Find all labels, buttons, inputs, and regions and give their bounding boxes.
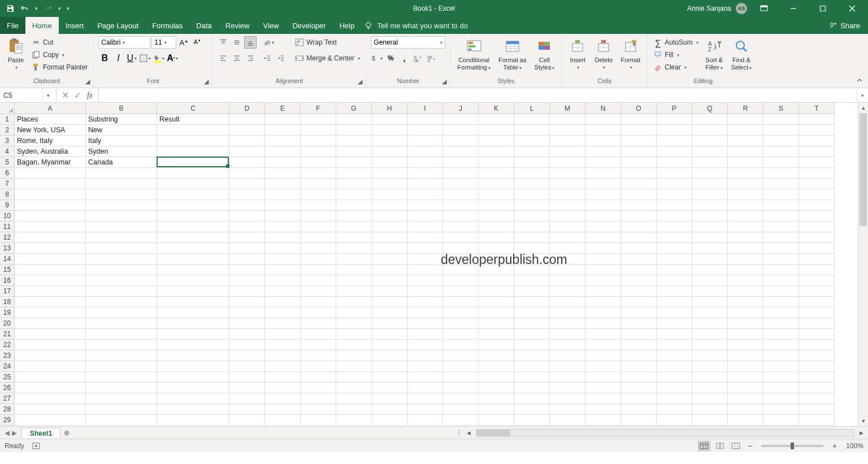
- cell[interactable]: [265, 361, 301, 372]
- cell[interactable]: [621, 329, 657, 340]
- page-break-view-icon[interactable]: [730, 441, 742, 451]
- cell[interactable]: [621, 232, 657, 243]
- cell[interactable]: [657, 146, 692, 157]
- column-header[interactable]: T: [799, 103, 835, 114]
- cell[interactable]: [621, 200, 657, 211]
- cell[interactable]: [514, 222, 550, 232]
- cell[interactable]: [265, 372, 301, 383]
- scroll-up-icon[interactable]: ▲: [858, 103, 868, 113]
- cell[interactable]: [585, 340, 621, 350]
- cell[interactable]: [157, 404, 229, 415]
- column-header[interactable]: C: [157, 103, 229, 114]
- expand-formula-bar-icon[interactable]: ▾: [857, 88, 868, 102]
- cell[interactable]: [657, 361, 692, 372]
- cell[interactable]: [514, 350, 550, 361]
- cell[interactable]: [728, 372, 763, 383]
- cell[interactable]: [86, 415, 157, 426]
- cell[interactable]: [372, 372, 407, 383]
- cell[interactable]: [514, 146, 550, 157]
- name-box-input[interactable]: [0, 92, 42, 99]
- cell[interactable]: [372, 211, 407, 222]
- cell[interactable]: [479, 286, 514, 297]
- cell[interactable]: [15, 372, 86, 383]
- tab-help[interactable]: Help: [333, 17, 362, 34]
- cell[interactable]: [657, 393, 692, 404]
- cell[interactable]: [157, 157, 229, 168]
- cell[interactable]: [657, 200, 692, 211]
- cell[interactable]: [692, 200, 728, 211]
- cell[interactable]: [86, 179, 157, 189]
- cell[interactable]: [621, 340, 657, 350]
- cell[interactable]: [728, 157, 763, 168]
- cell[interactable]: [15, 275, 86, 286]
- cell[interactable]: [728, 275, 763, 286]
- name-box-dropdown[interactable]: ▾: [42, 88, 54, 103]
- tell-me[interactable]: Tell me what you want to do: [364, 17, 467, 34]
- cell[interactable]: [265, 136, 301, 146]
- format-painter-button[interactable]: Format Painter: [31, 61, 89, 73]
- cell[interactable]: [692, 286, 728, 297]
- cell[interactable]: [621, 297, 657, 307]
- cell[interactable]: [479, 136, 514, 146]
- cell[interactable]: [407, 146, 443, 157]
- align-left-icon[interactable]: [217, 52, 229, 64]
- cell[interactable]: [301, 340, 336, 350]
- cell[interactable]: [157, 286, 229, 297]
- cell[interactable]: [15, 222, 86, 232]
- cell[interactable]: [621, 222, 657, 232]
- align-center-icon[interactable]: [231, 52, 243, 64]
- cell[interactable]: [585, 179, 621, 189]
- cell[interactable]: [301, 200, 336, 211]
- cell[interactable]: [407, 318, 443, 329]
- cell[interactable]: [799, 254, 835, 264]
- cell[interactable]: [763, 275, 799, 286]
- cell[interactable]: [301, 361, 336, 372]
- cell[interactable]: [550, 361, 585, 372]
- maximize-icon[interactable]: [810, 0, 835, 17]
- cell[interactable]: [86, 264, 157, 275]
- cell[interactable]: [728, 179, 763, 189]
- zoom-level[interactable]: 100%: [846, 442, 863, 450]
- share-button[interactable]: Share: [821, 17, 868, 34]
- row-header[interactable]: 29: [0, 415, 15, 426]
- cell[interactable]: [657, 179, 692, 189]
- cell[interactable]: [301, 168, 336, 179]
- cell[interactable]: [86, 404, 157, 415]
- cell[interactable]: [657, 222, 692, 232]
- cell[interactable]: [229, 275, 265, 286]
- hscroll-right-icon[interactable]: ▶: [857, 428, 866, 437]
- cell[interactable]: [657, 404, 692, 415]
- paste-button[interactable]: Paste ▾: [5, 36, 27, 71]
- cell[interactable]: [799, 275, 835, 286]
- cell[interactable]: [336, 157, 372, 168]
- cell[interactable]: [336, 372, 372, 383]
- cell[interactable]: [657, 275, 692, 286]
- cell[interactable]: [336, 243, 372, 254]
- cell[interactable]: [229, 179, 265, 189]
- cell[interactable]: [763, 146, 799, 157]
- cell[interactable]: [372, 340, 407, 350]
- cell[interactable]: [265, 264, 301, 275]
- cell[interactable]: [86, 211, 157, 222]
- cell[interactable]: [479, 307, 514, 318]
- cell[interactable]: [585, 211, 621, 222]
- cell[interactable]: [372, 393, 407, 404]
- cell[interactable]: [763, 329, 799, 340]
- cell[interactable]: [15, 200, 86, 211]
- cell[interactable]: [336, 222, 372, 232]
- decrease-indent-icon[interactable]: [261, 52, 274, 64]
- cell[interactable]: [265, 383, 301, 393]
- cell[interactable]: [372, 307, 407, 318]
- cell[interactable]: [585, 307, 621, 318]
- cell[interactable]: [692, 146, 728, 157]
- cell[interactable]: [728, 286, 763, 297]
- align-top-icon[interactable]: [217, 36, 229, 49]
- tab-data[interactable]: Data: [189, 17, 218, 34]
- cell[interactable]: Syden, Australia: [15, 146, 86, 157]
- wrap-text-button[interactable]: abcWrap Text: [294, 36, 361, 49]
- cell[interactable]: [86, 232, 157, 243]
- cell[interactable]: [799, 179, 835, 189]
- column-header[interactable]: Q: [692, 103, 728, 114]
- cell[interactable]: [657, 340, 692, 350]
- cell[interactable]: [229, 189, 265, 200]
